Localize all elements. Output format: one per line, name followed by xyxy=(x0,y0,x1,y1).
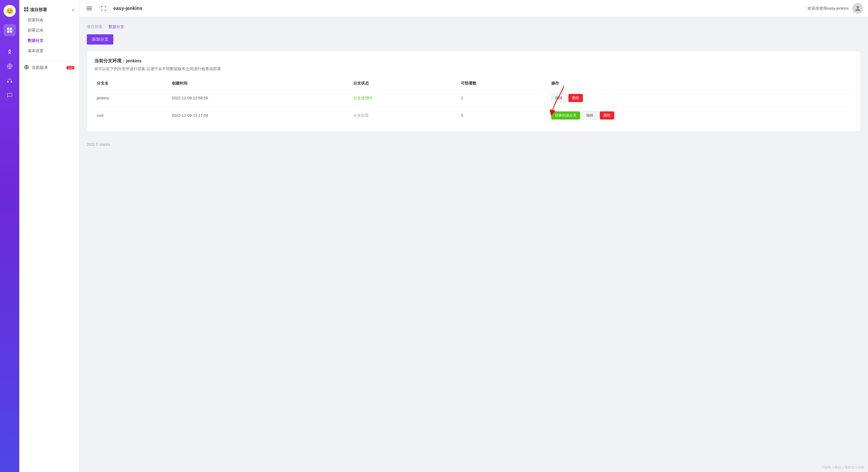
svg-rect-3 xyxy=(10,30,12,33)
fullscreen-button[interactable] xyxy=(99,4,108,13)
sidebar-item-deploy-record[interactable]: 部署记录 xyxy=(19,25,79,36)
col-deploy-count: 可部署数 xyxy=(458,78,549,90)
card-title: 当前分支环境：jenkins xyxy=(94,58,853,64)
chevron-down-icon: ∨ xyxy=(72,8,74,12)
add-branch-button[interactable]: 添加分支 xyxy=(87,34,113,44)
row1-actions: 编辑 删除 xyxy=(549,90,853,107)
version-badge: 1.0 xyxy=(66,66,74,70)
breadcrumb-separator: / xyxy=(105,25,106,29)
sidebar-section-header[interactable]: 项目部署 ∨ xyxy=(19,5,79,15)
row2-edit-button[interactable]: 编辑 xyxy=(582,111,597,120)
rail-icon-chat[interactable] xyxy=(4,89,16,101)
branch-table: 分支名 创建时间 分支状态 可部署数 操作 jenkins 2022-12-09… xyxy=(94,78,853,124)
row1-status: 分支使用中 xyxy=(351,90,458,107)
col-actions: 操作 xyxy=(549,78,853,90)
rail-icon-rocket[interactable] xyxy=(4,46,16,58)
svg-rect-14 xyxy=(87,8,92,9)
col-created-time: 创建时间 xyxy=(169,78,351,90)
menu-toggle-button[interactable] xyxy=(84,4,94,13)
table-row: jenkins 2022-12-09 12:58:59 分支使用中 1 编辑 删… xyxy=(94,90,853,107)
sidebar: 项目部署 ∨ 部署列表 部署记录 数据分支 基本设置 当前版本 1.0 xyxy=(19,0,80,472)
svg-rect-15 xyxy=(87,10,92,10)
table-wrapper: 分支名 创建时间 分支状态 可部署数 操作 jenkins 2022-12-09… xyxy=(94,78,853,124)
card-description: 你可以在下列分支中进行切换 以便于在不同数据版本之间进行检查或部署 xyxy=(94,66,853,72)
watermark: CSDN ©来自上海的这位别友 xyxy=(822,465,864,470)
breadcrumb-current[interactable]: 数据分支 xyxy=(108,24,124,30)
svg-rect-8 xyxy=(24,7,26,9)
row2-deploy-count: 0 xyxy=(458,107,549,124)
icon-rail: 😊 xyxy=(0,0,19,472)
rail-icon-globe[interactable] xyxy=(4,60,16,72)
row2-time: 2022-12-09 13:17:04 xyxy=(169,107,351,124)
top-header: easy-jenkins 欢迎你使用easy-jenkins xyxy=(80,0,868,17)
sidebar-item-basic-settings[interactable]: 基本设置 xyxy=(19,46,79,56)
row1-deploy-count: 1 xyxy=(458,90,549,107)
svg-rect-11 xyxy=(27,10,28,11)
row1-edit-button[interactable]: 编辑 xyxy=(551,94,566,102)
header-right: 欢迎你使用easy-jenkins xyxy=(807,3,863,14)
user-avatar[interactable] xyxy=(852,3,863,14)
logo-avatar[interactable]: 😊 xyxy=(4,5,16,17)
svg-rect-7 xyxy=(11,81,12,82)
header-left: easy-jenkins xyxy=(84,4,142,13)
globe-icon xyxy=(24,65,29,71)
main-area: easy-jenkins 欢迎你使用easy-jenkins 项目部署 / 数据… xyxy=(80,0,868,472)
current-version-label: 当前版本 xyxy=(31,65,48,70)
svg-rect-9 xyxy=(27,7,28,9)
row1-delete-button[interactable]: 删除 xyxy=(568,94,583,102)
rail-icon-headset[interactable] xyxy=(4,75,16,87)
table-row: root 2022-12-09 13:17:04 分支闲置 0 切换到该分支 编… xyxy=(94,107,853,124)
app-title: easy-jenkins xyxy=(113,6,142,11)
section-grid-icon xyxy=(24,7,28,13)
row2-switch-button[interactable]: 切换到该分支 xyxy=(551,111,580,120)
svg-rect-10 xyxy=(24,10,26,11)
sidebar-current-version[interactable]: 当前版本 1.0 xyxy=(19,61,79,74)
branch-card: 当前分支环境：jenkins 你可以在下列分支中进行切换 以便于在不同数据版本之… xyxy=(87,50,861,132)
footer-text: 2022 © stacks xyxy=(87,142,110,146)
sidebar-item-data-branch[interactable]: 数据分支 xyxy=(19,36,79,46)
welcome-text: 欢迎你使用easy-jenkins xyxy=(807,6,849,11)
col-status: 分支状态 xyxy=(351,78,458,90)
svg-point-4 xyxy=(9,51,10,52)
table-header: 分支名 创建时间 分支状态 可部署数 操作 xyxy=(94,78,853,90)
row1-name: jenkins xyxy=(94,90,169,107)
row2-name: root xyxy=(94,107,169,124)
svg-rect-0 xyxy=(7,28,9,30)
section-title: 项目部署 xyxy=(30,7,47,13)
rail-icon-grid[interactable] xyxy=(4,24,16,36)
footer: 2022 © stacks xyxy=(87,139,861,146)
content-area: 项目部署 / 数据分支 添加分支 当前分支环境：jenkins 你可以在下列分支… xyxy=(80,17,868,472)
row2-delete-button[interactable]: 删除 xyxy=(600,111,614,120)
svg-rect-2 xyxy=(7,30,9,33)
breadcrumb: 项目部署 / 数据分支 xyxy=(87,24,861,30)
svg-rect-1 xyxy=(10,28,12,30)
col-name: 分支名 xyxy=(94,78,169,90)
sidebar-item-deploy-list[interactable]: 部署列表 xyxy=(19,15,79,25)
row2-status: 分支闲置 xyxy=(351,107,458,124)
table-body: jenkins 2022-12-09 12:58:59 分支使用中 1 编辑 删… xyxy=(94,90,853,124)
row1-time: 2022-12-09 12:58:59 xyxy=(169,90,351,107)
svg-rect-6 xyxy=(7,81,8,82)
svg-rect-13 xyxy=(87,7,92,7)
row2-actions: 切换到该分支 编辑 删除 xyxy=(549,107,853,124)
watermark-text: CSDN ©来自上海的这位别友 xyxy=(822,465,864,469)
breadcrumb-home: 项目部署 xyxy=(87,24,102,30)
sidebar-section-project: 项目部署 ∨ 部署列表 部署记录 数据分支 基本设置 xyxy=(19,0,79,61)
svg-point-16 xyxy=(857,6,859,8)
